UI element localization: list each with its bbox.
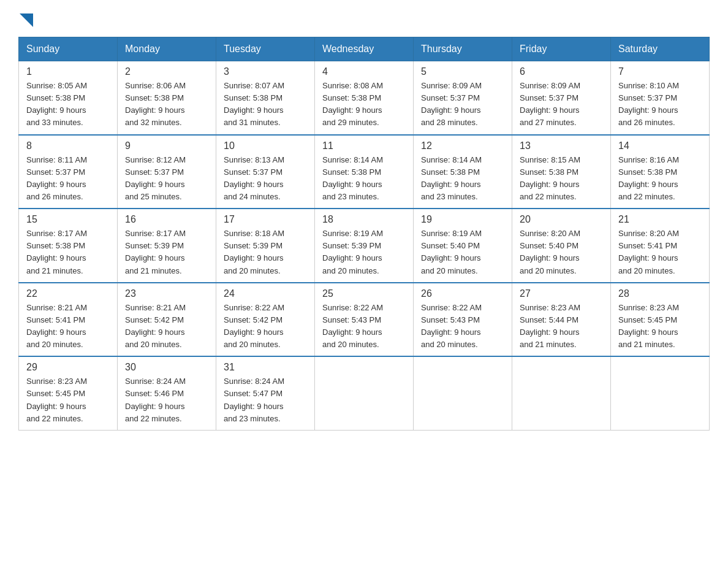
day-info: Sunrise: 8:16 AMSunset: 5:38 PMDaylight:… — [618, 154, 702, 204]
col-wednesday: Wednesday — [315, 37, 414, 61]
calendar-day-cell: 19 Sunrise: 8:19 AMSunset: 5:40 PMDaylig… — [414, 209, 512, 283]
col-saturday: Saturday — [611, 37, 710, 61]
day-number: 4 — [322, 66, 406, 77]
day-number: 9 — [125, 140, 208, 151]
day-info: Sunrise: 8:23 AMSunset: 5:45 PMDaylight:… — [26, 375, 110, 425]
calendar-day-cell: 16 Sunrise: 8:17 AMSunset: 5:39 PMDaylig… — [118, 209, 216, 283]
calendar-day-cell: 18 Sunrise: 8:19 AMSunset: 5:39 PMDaylig… — [315, 209, 414, 283]
page-header — [18, 12, 710, 25]
day-info: Sunrise: 8:22 AMSunset: 5:42 PMDaylight:… — [224, 302, 307, 351]
calendar-day-cell: 12 Sunrise: 8:14 AMSunset: 5:38 PMDaylig… — [414, 135, 512, 209]
day-number: 30 — [125, 362, 208, 373]
calendar-day-cell: 14 Sunrise: 8:16 AMSunset: 5:38 PMDaylig… — [611, 135, 710, 209]
day-number: 28 — [618, 288, 702, 299]
day-info: Sunrise: 8:20 AMSunset: 5:40 PMDaylight:… — [520, 228, 603, 277]
day-number: 19 — [421, 214, 504, 225]
day-info: Sunrise: 8:13 AMSunset: 5:37 PMDaylight:… — [224, 154, 307, 204]
day-number: 1 — [26, 66, 110, 77]
day-number: 20 — [520, 214, 603, 225]
calendar-day-cell: 7 Sunrise: 8:10 AMSunset: 5:37 PMDayligh… — [611, 61, 710, 135]
calendar-day-cell: 26 Sunrise: 8:22 AMSunset: 5:43 PMDaylig… — [414, 283, 512, 357]
day-info: Sunrise: 8:14 AMSunset: 5:38 PMDaylight:… — [421, 154, 504, 204]
calendar-day-cell: 30 Sunrise: 8:24 AMSunset: 5:46 PMDaylig… — [118, 356, 216, 430]
calendar-day-cell: 29 Sunrise: 8:23 AMSunset: 5:45 PMDaylig… — [19, 356, 118, 430]
day-number: 16 — [125, 214, 208, 225]
day-info: Sunrise: 8:19 AMSunset: 5:39 PMDaylight:… — [322, 228, 406, 277]
calendar-day-cell: 25 Sunrise: 8:22 AMSunset: 5:43 PMDaylig… — [315, 283, 414, 357]
day-number: 14 — [618, 140, 702, 151]
calendar-day-cell: 10 Sunrise: 8:13 AMSunset: 5:37 PMDaylig… — [216, 135, 315, 209]
day-info: Sunrise: 8:18 AMSunset: 5:39 PMDaylight:… — [224, 228, 307, 277]
calendar-header-row: Sunday Monday Tuesday Wednesday Thursday… — [19, 37, 710, 61]
calendar-day-cell — [512, 356, 611, 430]
day-number: 18 — [322, 214, 406, 225]
day-info: Sunrise: 8:09 AMSunset: 5:37 PMDaylight:… — [520, 80, 603, 129]
day-info: Sunrise: 8:10 AMSunset: 5:37 PMDaylight:… — [618, 80, 702, 129]
day-info: Sunrise: 8:11 AMSunset: 5:37 PMDaylight:… — [26, 154, 110, 204]
day-number: 13 — [520, 140, 603, 151]
day-number: 12 — [421, 140, 504, 151]
day-number: 8 — [26, 140, 110, 151]
day-number: 27 — [520, 288, 603, 299]
day-info: Sunrise: 8:23 AMSunset: 5:45 PMDaylight:… — [618, 302, 702, 351]
calendar-day-cell: 21 Sunrise: 8:20 AMSunset: 5:41 PMDaylig… — [611, 209, 710, 283]
day-info: Sunrise: 8:05 AMSunset: 5:38 PMDaylight:… — [26, 80, 110, 129]
calendar-day-cell: 27 Sunrise: 8:23 AMSunset: 5:44 PMDaylig… — [512, 283, 611, 357]
col-friday: Friday — [512, 37, 611, 61]
day-info: Sunrise: 8:15 AMSunset: 5:38 PMDaylight:… — [520, 154, 603, 204]
calendar-day-cell: 2 Sunrise: 8:06 AMSunset: 5:38 PMDayligh… — [118, 61, 216, 135]
calendar-day-cell — [611, 356, 710, 430]
day-number: 26 — [421, 288, 504, 299]
calendar-day-cell — [315, 356, 414, 430]
day-info: Sunrise: 8:06 AMSunset: 5:38 PMDaylight:… — [125, 80, 208, 129]
col-monday: Monday — [118, 37, 216, 61]
calendar-week-row: 1 Sunrise: 8:05 AMSunset: 5:38 PMDayligh… — [19, 61, 710, 135]
day-info: Sunrise: 8:21 AMSunset: 5:42 PMDaylight:… — [125, 302, 208, 351]
day-info: Sunrise: 8:24 AMSunset: 5:47 PMDaylight:… — [224, 375, 307, 425]
day-info: Sunrise: 8:21 AMSunset: 5:41 PMDaylight:… — [26, 302, 110, 351]
calendar-week-row: 8 Sunrise: 8:11 AMSunset: 5:37 PMDayligh… — [19, 135, 710, 209]
logo — [18, 12, 33, 25]
calendar-day-cell: 8 Sunrise: 8:11 AMSunset: 5:37 PMDayligh… — [19, 135, 118, 209]
day-number: 17 — [224, 214, 307, 225]
calendar-table: Sunday Monday Tuesday Wednesday Thursday… — [18, 37, 710, 431]
day-info: Sunrise: 8:17 AMSunset: 5:39 PMDaylight:… — [125, 228, 208, 277]
day-info: Sunrise: 8:14 AMSunset: 5:38 PMDaylight:… — [322, 154, 406, 204]
day-number: 24 — [224, 288, 307, 299]
calendar-week-row: 22 Sunrise: 8:21 AMSunset: 5:41 PMDaylig… — [19, 283, 710, 357]
calendar-day-cell: 3 Sunrise: 8:07 AMSunset: 5:38 PMDayligh… — [216, 61, 315, 135]
calendar-day-cell: 1 Sunrise: 8:05 AMSunset: 5:38 PMDayligh… — [19, 61, 118, 135]
calendar-day-cell: 28 Sunrise: 8:23 AMSunset: 5:45 PMDaylig… — [611, 283, 710, 357]
day-number: 21 — [618, 214, 702, 225]
day-number: 29 — [26, 362, 110, 373]
calendar-day-cell — [414, 356, 512, 430]
svg-marker-0 — [20, 13, 33, 27]
day-number: 10 — [224, 140, 307, 151]
day-info: Sunrise: 8:23 AMSunset: 5:44 PMDaylight:… — [520, 302, 603, 351]
day-number: 6 — [520, 66, 603, 77]
calendar-day-cell: 9 Sunrise: 8:12 AMSunset: 5:37 PMDayligh… — [118, 135, 216, 209]
calendar-day-cell: 11 Sunrise: 8:14 AMSunset: 5:38 PMDaylig… — [315, 135, 414, 209]
day-number: 31 — [224, 362, 307, 373]
calendar-day-cell: 20 Sunrise: 8:20 AMSunset: 5:40 PMDaylig… — [512, 209, 611, 283]
day-info: Sunrise: 8:22 AMSunset: 5:43 PMDaylight:… — [322, 302, 406, 351]
day-number: 3 — [224, 66, 307, 77]
day-info: Sunrise: 8:20 AMSunset: 5:41 PMDaylight:… — [618, 228, 702, 277]
calendar-week-row: 15 Sunrise: 8:17 AMSunset: 5:38 PMDaylig… — [19, 209, 710, 283]
calendar-day-cell: 22 Sunrise: 8:21 AMSunset: 5:41 PMDaylig… — [19, 283, 118, 357]
calendar-day-cell: 13 Sunrise: 8:15 AMSunset: 5:38 PMDaylig… — [512, 135, 611, 209]
day-info: Sunrise: 8:08 AMSunset: 5:38 PMDaylight:… — [322, 80, 406, 129]
day-number: 7 — [618, 66, 702, 77]
calendar-day-cell: 17 Sunrise: 8:18 AMSunset: 5:39 PMDaylig… — [216, 209, 315, 283]
logo-top — [18, 12, 33, 27]
day-number: 11 — [322, 140, 406, 151]
calendar-week-row: 29 Sunrise: 8:23 AMSunset: 5:45 PMDaylig… — [19, 356, 710, 430]
day-info: Sunrise: 8:22 AMSunset: 5:43 PMDaylight:… — [421, 302, 504, 351]
day-info: Sunrise: 8:12 AMSunset: 5:37 PMDaylight:… — [125, 154, 208, 204]
day-info: Sunrise: 8:09 AMSunset: 5:37 PMDaylight:… — [421, 80, 504, 129]
logo-triangle-icon — [20, 13, 33, 27]
day-number: 22 — [26, 288, 110, 299]
calendar-day-cell: 5 Sunrise: 8:09 AMSunset: 5:37 PMDayligh… — [414, 61, 512, 135]
calendar-day-cell: 6 Sunrise: 8:09 AMSunset: 5:37 PMDayligh… — [512, 61, 611, 135]
day-info: Sunrise: 8:07 AMSunset: 5:38 PMDaylight:… — [224, 80, 307, 129]
